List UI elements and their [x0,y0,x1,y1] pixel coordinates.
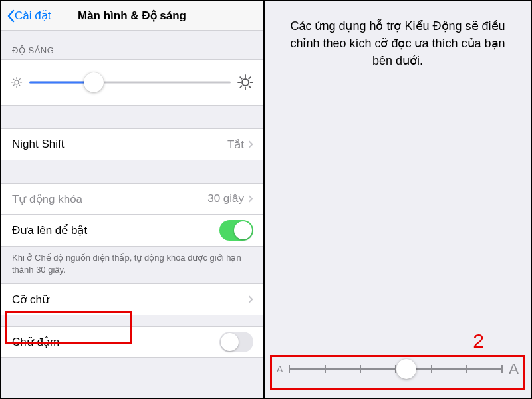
low-power-footnote: Khi ở Chế độ nguồn điện thấp, tự động kh… [1,247,263,283]
letter-small-icon: A [277,364,283,374]
night-shift-label: Night Shift [12,138,227,151]
display-brightness-pane: Cài đặt Màn hình & Độ sáng ĐỘ SÁNG Night… [1,1,265,398]
nav-header: Cài đặt Màn hình & Độ sáng [1,1,263,31]
auto-lock-value: 30 giây [207,192,244,205]
brightness-slider-thumb[interactable] [84,72,104,92]
night-shift-value: Tắt [227,138,244,152]
dynamic-type-description: Các ứng dụng hỗ trợ Kiểu Động sẽ điều ch… [265,1,531,69]
svg-point-0 [15,80,19,84]
annotation-2-number: 2 [473,330,484,352]
text-size-slider-wrap: A A [265,350,531,391]
svg-line-17 [249,77,251,79]
text-size-pane: Các ứng dụng hỗ trợ Kiểu Động sẽ điều ch… [265,1,531,398]
raise-to-wake-toggle[interactable] [219,220,253,241]
text-size-row[interactable]: Cỡ chữ [1,283,263,315]
auto-lock-label: Tự động khóa [12,192,207,206]
svg-point-9 [242,79,249,86]
brightness-row [1,59,263,106]
text-size-slider-thumb[interactable] [396,359,416,379]
svg-line-6 [19,85,21,86]
svg-line-5 [13,79,15,80]
svg-line-16 [240,86,242,88]
chevron-right-icon [248,295,253,304]
brightness-section-header: ĐỘ SÁNG [1,31,263,59]
page-title: Màn hình & Độ sáng [78,9,186,23]
bold-text-row: Chữ đậm [1,326,263,358]
svg-line-7 [13,85,15,86]
svg-line-8 [19,79,21,80]
sun-small-icon [11,76,23,88]
chevron-left-icon [7,9,15,23]
auto-lock-row[interactable]: Tự động khóa 30 giây [1,183,263,215]
sun-large-icon [237,74,253,90]
back-label: Cài đặt [15,9,51,23]
raise-to-wake-label: Đưa lên để bật [12,223,219,237]
raise-to-wake-row: Đưa lên để bật [1,215,263,247]
svg-line-14 [240,77,242,79]
svg-line-15 [249,86,251,88]
bold-text-toggle[interactable] [219,332,253,352]
text-size-slider[interactable] [289,359,502,379]
bold-text-label: Chữ đậm [12,335,219,349]
chevron-right-icon [248,140,253,149]
back-button[interactable]: Cài đặt [7,9,51,23]
text-size-label: Cỡ chữ [12,293,248,307]
letter-large-icon: A [509,360,519,378]
night-shift-row[interactable]: Night Shift Tắt [1,128,263,160]
chevron-right-icon [248,194,253,203]
brightness-slider[interactable] [29,73,231,92]
